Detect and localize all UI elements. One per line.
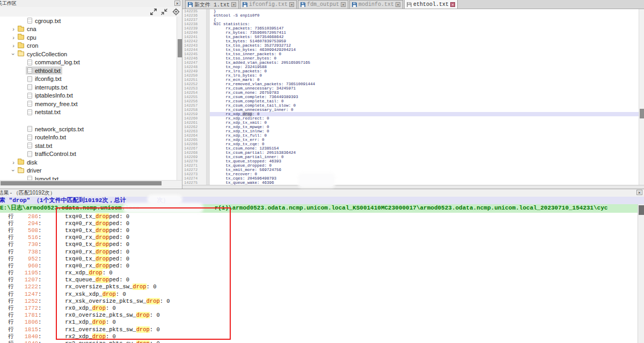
line-text: tx_bytes: 514607839753959 (210, 39, 644, 43)
row-line-number: 1195 (14, 270, 38, 276)
tree-item-interrupts-txt[interactable]: interrupts.txt (0, 83, 177, 92)
editor-line: 142273 tx_recover: 0 (182, 172, 644, 176)
tree-item-netstat-txt[interactable]: netstat.txt (0, 108, 177, 117)
tab-close-icon[interactable]: ✕ (396, 2, 400, 7)
row-line-label: 行 (8, 241, 14, 248)
row-line-number: 1806 (14, 319, 38, 325)
tree-item-driver[interactable]: ›driver (0, 167, 177, 175)
editor-tab--1-txt[interactable]: 新文件 1.txt✕ (185, 0, 239, 9)
workspace-titlebar: 关工作区 ✕ (0, 0, 182, 8)
editor-horizontal-scrollbar[interactable] (182, 185, 644, 189)
tab-close-icon[interactable]: ✕ (289, 2, 294, 7)
editor-text-area[interactable]: 142235}142236ethtool -S enp1s0f0142237{1… (182, 9, 644, 185)
tree-horizontal-scrollbar[interactable] (0, 180, 182, 186)
editor-vertical-scrollbar[interactable] (639, 9, 644, 185)
result-row[interactable]: 行294:rxq#0_rx_dropped: 0 (0, 220, 638, 227)
result-row[interactable]: 行1247:rx_xsk_xdp_drop: 0 (0, 290, 638, 297)
editor-tab-fdm_output[interactable]: fdm_output✕ (298, 0, 348, 9)
workspace-title: 关工作区 (0, 1, 17, 6)
tree-item-ethtool-txt[interactable]: ethtool.txt (0, 66, 177, 75)
tree-item-cgroup-txt[interactable]: cgroup.txt (0, 17, 177, 25)
results-title: 结果 - （匹配10192次） (0, 190, 55, 196)
scrollbar-thumb[interactable] (1, 181, 162, 185)
chevron-collapsed-icon[interactable]: › (11, 159, 16, 166)
scrollbar-thumb[interactable] (639, 205, 644, 215)
row-match-text: txq#0_tx_dropped: 0 (41, 241, 129, 248)
result-row[interactable]: 行1772:rx0_xdp_drop: 0 (0, 304, 638, 311)
line-number: 142262 (182, 125, 210, 129)
result-row[interactable]: 行1207:tx_queue_dropped: 0 (0, 277, 638, 284)
chevron-expanded-icon[interactable]: › (10, 168, 17, 173)
editor-tab-ifconfig-txt[interactable]: ifconfig.txt✕ (240, 0, 297, 9)
line-number: 142275 (182, 181, 210, 185)
results-vertical-scrollbar[interactable] (638, 204, 644, 343)
row-line-label: 行 (8, 333, 14, 340)
tree-item-command_log-txt[interactable]: command_log.txt (0, 58, 177, 67)
scrollbar-thumb[interactable] (640, 109, 644, 118)
result-row[interactable]: 行960:rxq#0_rx_dropped: 0 (0, 262, 638, 269)
line-number: 142257 (182, 103, 210, 108)
tree-item-cna[interactable]: ›cna (0, 25, 177, 34)
chevron-collapsed-icon[interactable]: › (11, 26, 16, 32)
results-close-icon[interactable]: ✕ (636, 190, 642, 195)
tab-label: modinfo.txt (358, 2, 394, 8)
tree-item-network_scripts-txt[interactable]: network_scripts.txt (0, 125, 177, 133)
tree-vertical-scrollbar[interactable] (177, 17, 182, 180)
tab-close-icon[interactable]: ✕ (341, 2, 346, 7)
row-line-label: 行 (8, 213, 14, 220)
line-text: tx_tso_packets: 35272932712 (210, 43, 644, 48)
result-row[interactable]: 行1195:rx_xdp_drop: 0 (0, 270, 638, 277)
tree-item-cpu[interactable]: ›cpu (0, 33, 177, 42)
editor-tab-ethtool-txt[interactable]: ethtool.txt✕ (404, 0, 458, 9)
search-file-path[interactable]: E:\日志\armod0523.odata.ncmp.unicom.locar(… (0, 204, 638, 213)
tree-item-label: cgroup.txt (35, 18, 61, 24)
tree-item-lsmod-txt[interactable]: lsmod.txt (0, 175, 177, 180)
workspace-close-icon[interactable]: ✕ (174, 1, 180, 6)
tree-item-memory_free-txt[interactable]: memory_free.txt (0, 100, 177, 108)
tree-item-box: ethtool.txt (26, 66, 62, 74)
match-highlight: drop (147, 298, 160, 304)
search-results-list: 行286:txq#0_tx_dropped: 0行294:rxq#0_rx_dr… (0, 213, 638, 343)
tree-item-box: cyclicCollection (16, 50, 69, 58)
tree-item-iptablesInfo-txt[interactable]: iptablesInfo.txt (0, 92, 177, 100)
editor-line: 142241 tx_packets: 507354668642 (182, 35, 644, 39)
chevron-collapsed-icon[interactable]: › (11, 34, 16, 41)
editor-line: 142274 tx_cqes: 204596498793 (182, 176, 644, 181)
tree-item-cron[interactable]: ›cron (0, 42, 177, 50)
locate-target-icon[interactable] (172, 8, 180, 16)
workspace-toolbar (0, 7, 182, 17)
tree-item-disk[interactable]: ›disk (0, 158, 177, 167)
editor-tab-modinfo-txt[interactable]: modinfo.txt✕ (349, 0, 403, 9)
tree-item-stat-txt[interactable]: stat.txt (0, 141, 177, 150)
tree-item-routeInfo-txt[interactable]: routeInfo.txt (0, 133, 177, 142)
editor-line: 142251 rx_ecn_mark: 0 (182, 78, 644, 82)
result-row[interactable]: 行1781:rx0_oversize_pkts_sw_drop: 0 (0, 312, 638, 319)
result-row[interactable]: 行516:rxq#0_rx_dropped: 0 (0, 234, 638, 241)
result-row[interactable]: 行738:rxq#0_rx_dropped: 0 (0, 248, 638, 255)
row-match-text: rx_oversize_pkts_sw_drop: 0 (41, 284, 156, 290)
expand-windows-icon[interactable] (150, 8, 157, 16)
tab-close-icon[interactable]: ✕ (231, 2, 236, 7)
line-number: 142252 (182, 82, 210, 86)
scrollbar-thumb[interactable] (178, 39, 182, 57)
result-row[interactable]: 行1849:rx2_oversize_pkts_sw_drop: 0 (0, 340, 638, 343)
result-row[interactable]: 行508:txq#0_tx_dropped: 0 (0, 227, 638, 234)
chevron-expanded-icon[interactable]: › (10, 51, 17, 57)
result-row[interactable]: 行1806:rx1_xdp_drop: 0 (0, 319, 638, 326)
line-text: rx_packets: 736510395147 (210, 26, 644, 31)
result-row[interactable]: 行730:txq#0_tx_dropped: 0 (0, 241, 638, 248)
tree-item-trafficControl-txt[interactable]: trafficControl.txt (0, 150, 177, 159)
tree-item-ifconfig-txt[interactable]: ifconfig.txt (0, 75, 177, 84)
row-line-number: 286 (14, 213, 38, 220)
chevron-collapsed-icon[interactable]: › (11, 42, 16, 49)
result-row[interactable]: 行952:txq#0_tx_dropped: 0 (0, 255, 638, 262)
tab-close-icon[interactable]: ✕ (450, 2, 455, 7)
result-row[interactable]: 行1815:rx1_oversize_pkts_sw_drop: 0 (0, 326, 638, 333)
folder-icon (18, 160, 24, 165)
result-row[interactable]: 行1840:rx2_xdp_drop: 0 (0, 333, 638, 340)
result-row[interactable]: 行286:txq#0_tx_dropped: 0 (0, 213, 638, 220)
result-row[interactable]: 行1252:rx_xsk_oversize_pkts_sw_drop: 0 (0, 297, 638, 304)
result-row[interactable]: 行1222:rx_oversize_pkts_sw_drop: 0 (0, 284, 638, 290)
tree-item-cyclicCollection[interactable]: ›cyclicCollection (0, 50, 177, 58)
collapse-windows-icon[interactable] (160, 8, 168, 16)
